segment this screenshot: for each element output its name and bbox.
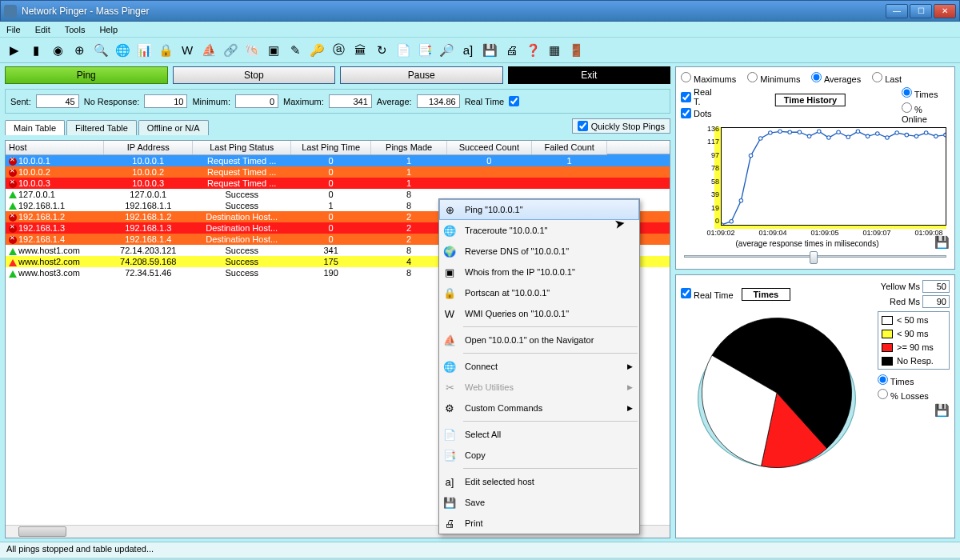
status-bar: All pings stopped and table updated... [0, 542, 960, 558]
tab-offline[interactable]: Offline or N/A [138, 120, 209, 135]
table-row[interactable]: 10.0.0.2 10.0.0.2Request Timed ...0 1 [6, 166, 670, 178]
ship-icon[interactable]: ⛵ [199, 41, 218, 60]
ctx-copy[interactable]: 📑Copy [439, 445, 639, 466]
save-chart-icon[interactable]: 💾 [934, 235, 950, 250]
min-value[interactable] [235, 94, 278, 108]
realtime-checkbox[interactable] [509, 96, 519, 106]
radio-last[interactable]: Last [872, 72, 902, 84]
radio-maximums[interactable]: Maximums [681, 72, 736, 84]
svg-point-19 [905, 133, 909, 137]
font-icon[interactable]: a] [458, 41, 478, 60]
col-fail[interactable]: Failed Count [531, 141, 607, 154]
status-icon [9, 248, 17, 255]
ctx-wmi[interactable]: WWMI Queries on "10.0.0.1" [439, 303, 639, 324]
col-ip[interactable]: IP Address [104, 141, 193, 154]
globe-icon[interactable]: 🌐 [113, 41, 132, 60]
svg-point-4 [758, 137, 762, 141]
stop-button[interactable]: Stop [173, 66, 336, 84]
tab-main[interactable]: Main Table [5, 120, 65, 135]
page-icon[interactable]: 📄 [394, 41, 413, 60]
table-row[interactable]: 10.0.0.1 10.0.0.1Request Timed ...0 1011… [6, 154, 670, 166]
radio-averages[interactable]: Averages [811, 72, 861, 84]
close-button[interactable]: ✕ [934, 4, 956, 18]
radio-times[interactable]: Times [902, 87, 950, 99]
ping-button[interactable]: Ping [5, 66, 168, 84]
yellow-ms-input[interactable] [922, 280, 950, 293]
ctx-print[interactable]: 🖨Print [439, 513, 639, 534]
menu-edit[interactable]: Edit [35, 25, 50, 34]
wand-icon[interactable]: ✎ [286, 41, 305, 60]
ctx-portscan[interactable]: 🔒Portscan at "10.0.0.1" [439, 282, 639, 303]
key-icon[interactable]: 🔑 [307, 41, 326, 60]
table-row[interactable]: 10.0.0.3 10.0.0.3Request Timed ...0 1 [6, 178, 670, 189]
help-icon[interactable]: ❓ [523, 41, 542, 60]
at-icon[interactable]: ⓐ [329, 41, 348, 60]
quick-stop-checkbox[interactable] [578, 121, 588, 131]
menu-tools[interactable]: Tools [65, 25, 86, 34]
col-pct[interactable]: % Failed [607, 141, 670, 154]
status-icon [9, 270, 17, 278]
yellow-ms-label: Yellow Ms [881, 282, 920, 291]
ctx-edit-host[interactable]: a]Edit selected host [439, 471, 639, 492]
copy-icon[interactable]: 📑 [415, 41, 434, 60]
svg-point-18 [895, 131, 899, 135]
grid-icon[interactable]: ▦ [545, 41, 564, 60]
col-host[interactable]: Host [6, 141, 104, 154]
ctx-save[interactable]: 💾Save [439, 492, 639, 513]
menu-help[interactable]: Help [99, 25, 118, 34]
exit-button[interactable]: Exit [508, 66, 671, 84]
ctx-open-navigator[interactable]: ⛵Open "10.0.0.1" on the Navigator [439, 330, 639, 350]
exit-icon[interactable]: 🚪 [566, 41, 586, 60]
red-ms-input[interactable] [922, 295, 950, 308]
save-icon[interactable]: 💾 [480, 41, 499, 60]
building-icon[interactable]: 🏛 [350, 41, 370, 60]
radio-minimums[interactable]: Minimums [747, 72, 800, 84]
chart-icon[interactable]: 📊 [134, 41, 154, 60]
play-icon[interactable]: ▶ [5, 41, 24, 60]
ctx-rdns[interactable]: 🌍Reverse DNS of "10.0.0.1" [439, 241, 639, 262]
pie-radio-times[interactable]: Times [878, 374, 950, 386]
maximize-button[interactable]: ☐ [910, 4, 932, 18]
wmi-icon[interactable]: W [178, 41, 197, 60]
col-made[interactable]: Pings Made [371, 141, 447, 154]
ctx-select-all[interactable]: 📄Select All [439, 424, 639, 445]
ctx-custom-commands[interactable]: ⚙Custom Commands▶ [439, 398, 639, 418]
menu-file[interactable]: File [6, 25, 21, 34]
print-icon[interactable]: 🖨 [502, 41, 521, 60]
ctx-ping[interactable]: ⊕Ping "10.0.0.1" [439, 199, 639, 220]
check-realt[interactable]: Real T. [681, 87, 719, 106]
ctx-web-utilities: ✂Web Utilities▶ [439, 377, 639, 398]
lock-icon[interactable]: 🔒 [156, 41, 175, 60]
max-value[interactable] [329, 94, 372, 108]
noresp-value[interactable] [144, 94, 187, 108]
ctx-whois[interactable]: ▣Whois from the IP "10.0.0.1" [439, 262, 639, 282]
minimize-button[interactable]: — [886, 4, 908, 18]
app-icon [4, 5, 17, 18]
radio-online[interactable]: % Online [902, 102, 950, 124]
terminal-icon[interactable]: ▣ [264, 41, 283, 60]
sent-value[interactable] [36, 94, 79, 108]
ctx-traceroute[interactable]: 🌐Traceroute "10.0.0.1" [439, 220, 639, 241]
search-icon[interactable]: 🔎 [437, 41, 456, 60]
save-pie-icon[interactable]: 💾 [934, 403, 950, 418]
link-icon[interactable]: 🔗 [221, 41, 240, 60]
magnify-globe-icon[interactable]: 🔍 [91, 41, 110, 60]
globe-link-icon: 🌐 [442, 359, 457, 374]
chart-slider[interactable] [681, 248, 950, 264]
stop-icon[interactable]: ◉ [48, 41, 67, 60]
ctx-connect[interactable]: 🌐Connect▶ [439, 356, 639, 377]
shell-icon[interactable]: 🐚 [242, 41, 262, 60]
refresh-icon[interactable]: ↻ [372, 41, 391, 60]
pause-button[interactable]: Pause [340, 66, 503, 84]
tab-filtered[interactable]: Filtered Table [66, 120, 137, 135]
check-dots[interactable]: Dots [681, 108, 719, 118]
avg-value[interactable] [417, 94, 460, 108]
col-succ[interactable]: Succeed Count [446, 141, 531, 154]
device-icon[interactable]: ▮ [26, 41, 46, 60]
col-status[interactable]: Last Ping Status [193, 141, 291, 154]
col-time[interactable]: Last Ping Time [291, 141, 371, 154]
pie-radio-losses[interactable]: % Losses [878, 389, 950, 401]
target-icon[interactable]: ⊕ [70, 41, 89, 60]
pie-realtime[interactable]: Real Time [681, 288, 734, 300]
quick-stop-pings[interactable]: Quickly Stop Pings [572, 118, 670, 134]
